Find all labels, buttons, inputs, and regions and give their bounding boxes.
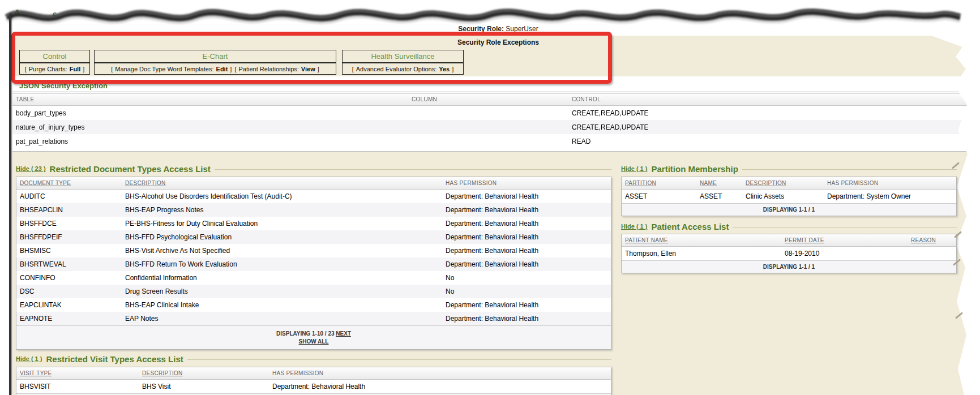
- table-name-cell: body_part_types: [12, 109, 408, 117]
- section-title: Partition Membership: [651, 164, 738, 174]
- json-security-title: JSON Security Exception: [19, 81, 108, 90]
- role-section-title: E-Chart: [94, 50, 336, 63]
- restricted-documents-rows: AUDITC BHS-Alcohol Use Disorders Identif…: [16, 190, 611, 325]
- permission-cell: Department: Behavioral Health: [442, 192, 611, 200]
- document-type-cell: BHSRTWEVAL: [16, 260, 122, 268]
- partial-heading-fragment: c: [53, 10, 57, 18]
- table-row: pat_pat_relations READ: [12, 134, 968, 148]
- role-exceptions-group: Control [Purge Charts:Full] E-Chart [Man…: [0, 50, 623, 76]
- table-name-cell: nature_of_injury_types: [12, 123, 408, 131]
- restricted-documents-table: DOCUMENT TYPEDESCRIPTIONHAS PERMISSION A…: [16, 177, 611, 350]
- header-cell: HAS PERMISSION: [824, 180, 956, 186]
- patient-access-section-title: Hide ( 1 ) Patient Access List: [621, 221, 957, 232]
- table-footer: DISPLAYING 1-1 / 1: [622, 203, 956, 216]
- permission-cell: Department: Behavioral Health: [442, 315, 611, 323]
- document-type-cell: EAPNOTE: [16, 315, 122, 323]
- permission-cell: Department: Behavioral Health: [442, 220, 611, 227]
- partition-membership-table: PARTITIONNAMEDESCRIPTIONHAS PERMISSION A…: [621, 177, 957, 216]
- header-cell[interactable]: NAME: [696, 180, 742, 186]
- role-exception-section: E-Chart [Manage Doc Type Word Templates:…: [94, 50, 336, 75]
- document-type-cell: BHSEAPCLIN: [16, 206, 122, 214]
- title-rule: [742, 169, 957, 170]
- section-title: Patient Access List: [651, 222, 729, 231]
- description-cell: Drug Screen Results: [122, 287, 442, 295]
- restricted-visits-rows: BHSVISIT BHS Visit Department: Behaviora…: [16, 380, 611, 393]
- json-security-table: TABLECOLUMNCONTROL body_part_types CREAT…: [12, 92, 968, 148]
- header-cell[interactable]: PERMIT DATE: [781, 237, 908, 243]
- security-role-label: Security Role:: [458, 25, 504, 33]
- role-section-options: [Purge Charts:Full]: [19, 63, 90, 75]
- table-header-row: VISIT TYPEDESCRIPTIONHAS PERMISSION: [16, 367, 611, 380]
- description-cell: PE-BHS-Fitness for Duty Clinical Evaluat…: [122, 220, 442, 227]
- table-row: AUDITC BHS-Alcohol Use Disorders Identif…: [16, 190, 611, 203]
- document-type-cell: AUDITC: [16, 192, 122, 200]
- table-footer: DISPLAYING 1-1 / 1: [622, 260, 956, 273]
- document-type-cell: BHSMISC: [16, 247, 122, 255]
- close-bracket: ]: [230, 66, 232, 72]
- partition-membership-rows: ASSET ASSET Clinic Assets Department: Sy…: [622, 190, 956, 203]
- security-band-title: Security Role Exceptions: [34, 38, 962, 46]
- hide-link[interactable]: Hide ( 1 ): [16, 355, 42, 362]
- option-value: View: [301, 66, 315, 72]
- table-row: BHSMISC BHS-Visit Archive As Not Specifi…: [16, 244, 611, 257]
- hide-link[interactable]: Hide ( 23 ): [16, 165, 46, 172]
- security-role-line: Security Role: SuperUser: [34, 25, 962, 33]
- table-header-row: PARTITIONNAMEDESCRIPTIONHAS PERMISSION: [622, 177, 956, 190]
- description-cell: BHS-Alcohol Use Disorders Identification…: [122, 192, 442, 200]
- open-bracket: [: [111, 66, 113, 72]
- visit-type-cell: BHSVISIT: [16, 383, 139, 390]
- displaying-text: DISPLAYING 1-10 / 23: [276, 330, 334, 337]
- description-cell: BHS-Visit Archive As Not Specified: [122, 247, 442, 255]
- close-bracket: ]: [83, 66, 84, 72]
- option-separator: :: [435, 66, 436, 72]
- option-item: [Manage Doc Type Word Templates:Edit]: [111, 66, 232, 72]
- paging-line: DISPLAYING 1-10 / 23 NEXT: [276, 330, 351, 337]
- description-cell: BHS-EAP Progress Notes: [122, 206, 442, 214]
- section-title: Restricted Visit Types Access List: [46, 354, 183, 364]
- table-header-row: PATIENT NAMEPERMIT DATEREASON: [622, 234, 956, 247]
- header-cell[interactable]: REASON: [908, 237, 956, 243]
- header-cell: HAS PERMISSION: [442, 180, 611, 186]
- role-exception-section: Control [Purge Charts:Full]: [19, 50, 90, 75]
- restricted-visits-table: VISIT TYPEDESCRIPTIONHAS PERMISSION BHSV…: [16, 367, 611, 395]
- header-cell[interactable]: DESCRIPTION: [122, 180, 442, 186]
- role-section-title: Control: [19, 50, 90, 63]
- role-exception-section: Health Surveillance [Advanced Evaluator …: [342, 50, 464, 75]
- header-cell: CONTROL: [568, 96, 968, 102]
- security-role-exceptions-page: A c Security Role: SuperUser JSON Securi…: [0, 0, 980, 395]
- open-bracket: [: [234, 66, 236, 72]
- header-cell: COLUMN: [408, 96, 568, 102]
- hide-link[interactable]: Hide ( 1 ): [621, 223, 647, 230]
- open-bracket: [: [25, 66, 27, 72]
- header-cell[interactable]: PARTITION: [622, 180, 696, 186]
- document-type-cell: CONFINFO: [16, 274, 122, 282]
- permission-cell: Department: System Owner: [824, 192, 956, 200]
- next-link[interactable]: NEXT: [336, 330, 351, 337]
- close-bracket: ]: [452, 66, 453, 72]
- description-cell: BHS-FFD Psychological Evaluation: [122, 233, 442, 241]
- title-rule: [215, 169, 611, 170]
- header-cell[interactable]: DOCUMENT TYPE: [16, 180, 122, 186]
- description-cell: BHS-EAP Clinical Intake: [122, 301, 442, 309]
- partition-cell: ASSET: [622, 192, 696, 200]
- show-all-link[interactable]: SHOW ALL: [299, 338, 329, 345]
- partition-membership-section-title: Hide ( 1 ) Partition Membership: [621, 163, 957, 174]
- description-cell: EAP Notes: [122, 315, 442, 323]
- permission-cell: Department: Behavioral Health: [442, 206, 611, 214]
- displaying-text: DISPLAYING 1-1 / 1: [763, 207, 815, 213]
- table-row: BHSEAPCLIN BHS-EAP Progress Notes Depart…: [16, 203, 611, 217]
- control-cell: CREATE,READ,UPDATE: [568, 109, 968, 117]
- hide-link[interactable]: Hide ( 1 ): [621, 165, 647, 172]
- open-bracket: [: [352, 66, 354, 72]
- option-item: [Advanced Evaluator Options:Yes]: [352, 66, 454, 72]
- option-value: Yes: [439, 66, 450, 72]
- header-cell[interactable]: VISIT TYPE: [16, 370, 139, 376]
- option-label: Patient Relationships: [238, 66, 297, 72]
- section-title: Restricted Document Types Access List: [50, 164, 211, 174]
- header-cell[interactable]: DESCRIPTION: [139, 370, 269, 376]
- header-cell[interactable]: PATIENT NAME: [622, 237, 781, 243]
- title-rule: [187, 359, 611, 360]
- option-value: Full: [70, 66, 81, 72]
- header-cell[interactable]: DESCRIPTION: [742, 180, 824, 186]
- option-label: Manage Doc Type Word Templates: [115, 66, 212, 72]
